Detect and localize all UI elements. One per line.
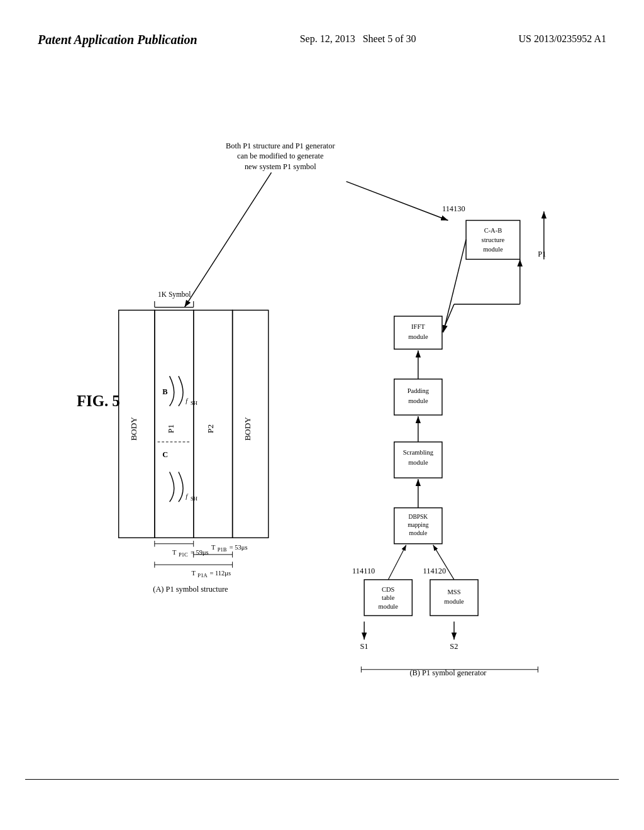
padding-label1: Padding (408, 387, 430, 394)
svg-line-33 (443, 240, 466, 333)
svg-rect-2 (194, 310, 233, 538)
footer-line (25, 779, 619, 780)
svg-line-24 (388, 545, 406, 580)
annotation-line1: Both P1 structure and P1 generator (226, 141, 335, 150)
ifft-label2: module (408, 333, 428, 340)
tpib-val: = 53μs (230, 544, 248, 551)
dbpsk-label1: DBPSK (409, 514, 428, 520)
tpia-label: T (192, 570, 196, 577)
header-patent-number: US 2013/0235952 A1 (518, 31, 606, 47)
svg-line-34 (442, 304, 454, 333)
114120-label: 114120 (423, 567, 446, 575)
svg-line-17 (184, 172, 271, 307)
scrambling-label1: Scrambling (403, 449, 434, 456)
mss-module-label: MSS (448, 589, 461, 595)
p2-label: P2 (206, 424, 215, 433)
s2-label: S2 (450, 642, 458, 651)
cds-module-label3: module (379, 603, 399, 610)
cds-module-label2: table (382, 594, 395, 601)
fsh-c-label: f (186, 493, 189, 500)
header-date-sheet: Sep. 12, 2013 Sheet 5 of 30 (300, 31, 416, 47)
dbpsk-label3: module (409, 530, 428, 536)
diagram-container: FIG. 5 BODY P1 P2 BODY 1K Symbol C (38, 101, 619, 729)
tpic-sub: P1C (179, 551, 188, 558)
c-label: C (162, 450, 168, 459)
cab-label3: module (483, 246, 503, 253)
cab-label2: structure (482, 236, 505, 243)
tpic-label: T (172, 549, 177, 556)
header: Patent Application Publication Sep. 12, … (0, 31, 644, 48)
fig-label: FIG. 5 (77, 392, 120, 409)
page: Patent Application Publication Sep. 12, … (0, 0, 644, 830)
114110-label: 114110 (352, 567, 375, 575)
body-right-label: BODY (243, 417, 252, 441)
s1-label: S1 (360, 642, 368, 651)
scrambling-label2: module (408, 459, 428, 466)
p1-output-label: P1 (538, 250, 546, 258)
tpia-val: = 112μs (209, 570, 231, 577)
1k-symbol-label: 1K Symbol (158, 290, 191, 299)
cab-label1: C-A-B (484, 227, 502, 234)
tpib-sub: P1B (218, 546, 227, 553)
tpib-label: T (211, 544, 216, 551)
cds-module-label: CDS (382, 586, 395, 593)
b-label: B (162, 387, 167, 396)
tpia-sub: P1A (197, 572, 208, 578)
b-generator-label: (B) P1 symbol generator (409, 668, 487, 677)
a-label: (A) P1 symbol structure (153, 585, 228, 594)
annotation-line3: new system P1 symbol (245, 162, 316, 171)
114130-label: 114130 (442, 204, 465, 213)
annotation-line2: can be modified to generate (237, 152, 324, 160)
fsh-b-label: f (186, 397, 189, 404)
header-publication-title: Patent Application Publication (38, 31, 197, 48)
mss-module-label2: module (444, 598, 464, 605)
p1-left-label: P1 (166, 424, 175, 433)
fsh-c-sub: SH (191, 495, 197, 502)
ifft-label1: IFFT (411, 323, 425, 330)
body-left-label: BODY (129, 417, 138, 441)
svg-rect-1 (155, 310, 194, 538)
dbpsk-label2: mapping (408, 522, 429, 528)
svg-line-18 (347, 182, 448, 221)
fsh-b-sub: SH (191, 400, 197, 406)
padding-label2: module (408, 397, 428, 404)
svg-rect-30 (394, 316, 442, 349)
